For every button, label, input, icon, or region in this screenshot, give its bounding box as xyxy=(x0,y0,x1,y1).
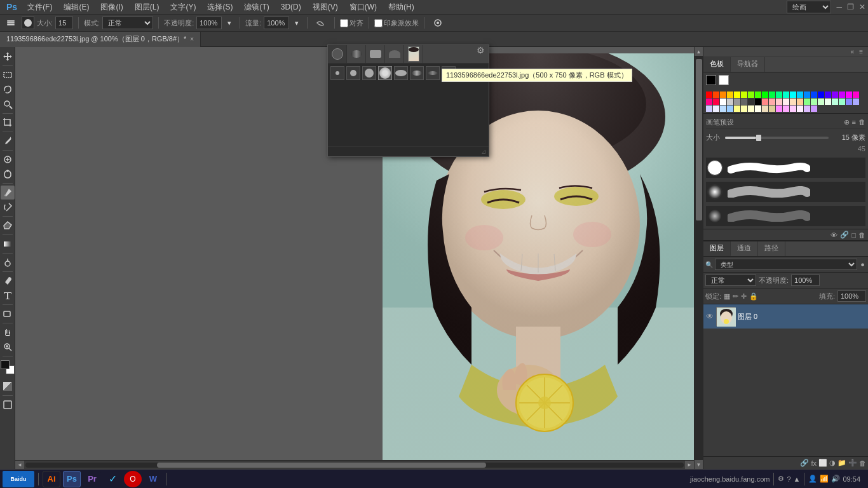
taskbar-word[interactable]: W xyxy=(144,471,162,487)
scroll-right-btn[interactable]: ► xyxy=(685,461,694,470)
crop-tool[interactable] xyxy=(1,116,15,130)
bp-tab-4[interactable] xyxy=(385,45,404,63)
color-swatch-item[interactable] xyxy=(804,92,810,98)
layer-delete-icon[interactable]: 🗑 xyxy=(859,459,866,467)
panel-action-link[interactable]: 🔗 xyxy=(840,231,849,239)
color-swatch-item[interactable] xyxy=(790,98,796,105)
fg-color-preview[interactable] xyxy=(706,75,716,85)
color-swatch-item[interactable] xyxy=(818,98,824,105)
scroll-h-thumb[interactable] xyxy=(157,463,486,468)
lock-paint-btn[interactable]: ✏ xyxy=(733,292,738,301)
taskbar-network-icon[interactable]: 📶 xyxy=(820,475,829,483)
brush-preset-search[interactable]: ⊕ xyxy=(844,118,850,126)
bg-color-preview[interactable] xyxy=(719,75,729,85)
brush-sample-soft-round[interactable] xyxy=(707,184,722,200)
color-swatch-item[interactable] xyxy=(853,92,859,98)
taskbar-user-icon[interactable]: 👤 xyxy=(808,475,817,483)
layer-visibility-icon[interactable]: 👁 xyxy=(706,312,714,321)
marquee-tool[interactable] xyxy=(1,68,15,82)
close-btn[interactable]: ✕ xyxy=(859,3,865,11)
color-swatch-item[interactable] xyxy=(797,98,803,105)
airbrush-btn[interactable] xyxy=(313,16,329,30)
color-swatch-item[interactable] xyxy=(804,98,810,105)
color-swatch-item[interactable] xyxy=(706,92,712,98)
panel-tab-navigator[interactable]: 导航器 xyxy=(731,57,765,72)
color-swatch-item[interactable] xyxy=(776,98,782,105)
menu-file[interactable]: 文件(F) xyxy=(22,1,57,14)
lock-all-btn[interactable]: 🔒 xyxy=(749,292,758,301)
color-swatch-item[interactable] xyxy=(762,98,768,105)
size-input[interactable] xyxy=(55,17,73,29)
bp-brush-item-7[interactable] xyxy=(426,66,440,80)
bp-tab-portrait[interactable] xyxy=(404,45,423,63)
color-swatch-item[interactable] xyxy=(825,98,831,105)
quick-select-tool[interactable] xyxy=(1,97,15,111)
color-swatch-item[interactable] xyxy=(727,98,733,105)
color-swatch-item[interactable] xyxy=(811,92,817,98)
layer-mode-select[interactable]: 正常 xyxy=(705,274,756,286)
lasso-tool[interactable] xyxy=(1,83,15,97)
layer-filter-select[interactable]: 类型 xyxy=(715,259,857,270)
color-swatch-item[interactable] xyxy=(783,105,789,112)
color-swatch-item[interactable] xyxy=(797,105,803,112)
opacity-input-layer[interactable] xyxy=(791,274,820,286)
layer-mask-icon[interactable]: ⬜ xyxy=(818,459,827,467)
layer-tab-channels[interactable]: 通道 xyxy=(731,241,758,256)
shape-tool[interactable] xyxy=(1,307,15,321)
color-swatch-item[interactable] xyxy=(755,92,761,98)
layer-item-0[interactable]: 👁 图层 0 xyxy=(703,304,868,329)
panel-collapse-btn[interactable]: « xyxy=(848,48,857,55)
eraser-tool[interactable] xyxy=(1,219,15,233)
color-swatch-item[interactable] xyxy=(853,98,859,105)
color-swatch-item[interactable] xyxy=(727,105,733,112)
menu-view[interactable]: 视图(V) xyxy=(308,1,343,14)
color-swatch-item[interactable] xyxy=(762,105,768,112)
color-swatch-item[interactable] xyxy=(811,98,817,105)
color-swatch-item[interactable] xyxy=(818,92,824,98)
scroll-down-btn[interactable]: ▼ xyxy=(695,460,703,469)
align-checkbox[interactable] xyxy=(340,19,348,27)
color-swatch-item[interactable] xyxy=(741,105,747,112)
color-swatch-item[interactable] xyxy=(713,105,719,112)
layer-link-icon[interactable]: 🔗 xyxy=(800,459,809,467)
brush-sample-very-soft[interactable] xyxy=(707,208,722,224)
taskbar-ps[interactable]: Ps xyxy=(63,471,81,487)
color-swatch-item[interactable] xyxy=(825,92,831,98)
color-swatch-item[interactable] xyxy=(769,92,775,98)
panel-action-eye[interactable]: 👁 xyxy=(831,231,837,239)
restore-btn[interactable]: ❐ xyxy=(847,3,854,11)
color-swatch-item[interactable] xyxy=(748,92,754,98)
layer-fx-icon[interactable]: fx xyxy=(811,459,817,467)
quick-mask-btn[interactable] xyxy=(1,379,15,393)
color-swatch-item[interactable] xyxy=(706,105,712,112)
taskbar-settings-icon[interactable]: ⚙ xyxy=(778,475,784,483)
panel-menu-btn[interactable]: ≡ xyxy=(857,48,865,55)
color-swatch-item[interactable] xyxy=(846,98,852,105)
impressionism-checkbox[interactable] xyxy=(374,19,383,27)
move-tool[interactable] xyxy=(1,50,15,64)
horizontal-scrollbar[interactable]: ◄ ► xyxy=(15,460,694,469)
flow-btn[interactable]: ▾ xyxy=(292,17,302,29)
brush-picker-resize-handle[interactable]: ⊿ xyxy=(328,146,489,156)
taskbar-check[interactable]: ✓ xyxy=(104,471,121,487)
panel-action-delete[interactable]: 🗑 xyxy=(858,231,865,239)
color-swatch-item[interactable] xyxy=(734,98,740,105)
color-swatch-item[interactable] xyxy=(741,98,747,105)
opacity-input[interactable] xyxy=(196,17,222,29)
layer-adj-icon[interactable]: ◑ xyxy=(829,459,836,467)
color-swatch-item[interactable] xyxy=(713,98,719,105)
bp-tab-3[interactable] xyxy=(366,45,385,63)
color-swatch-item[interactable] xyxy=(720,105,726,112)
menu-text[interactable]: 文字(Y) xyxy=(165,1,201,14)
color-swatch-item[interactable] xyxy=(811,105,817,112)
taskbar-opera[interactable]: O xyxy=(124,471,142,487)
hand-tool[interactable] xyxy=(1,325,15,339)
taskbar-pr[interactable]: Pr xyxy=(83,471,101,487)
color-swatch-item[interactable] xyxy=(839,98,845,105)
layer-filter-toggle[interactable]: ● xyxy=(859,261,866,268)
menu-3d[interactable]: 3D(D) xyxy=(276,1,306,13)
scroll-left-btn[interactable]: ◄ xyxy=(15,461,24,470)
layer-tab-layers[interactable]: 图层 xyxy=(703,241,731,256)
opacity-btn[interactable]: ▾ xyxy=(224,17,234,29)
color-swatch-item[interactable] xyxy=(727,92,733,98)
